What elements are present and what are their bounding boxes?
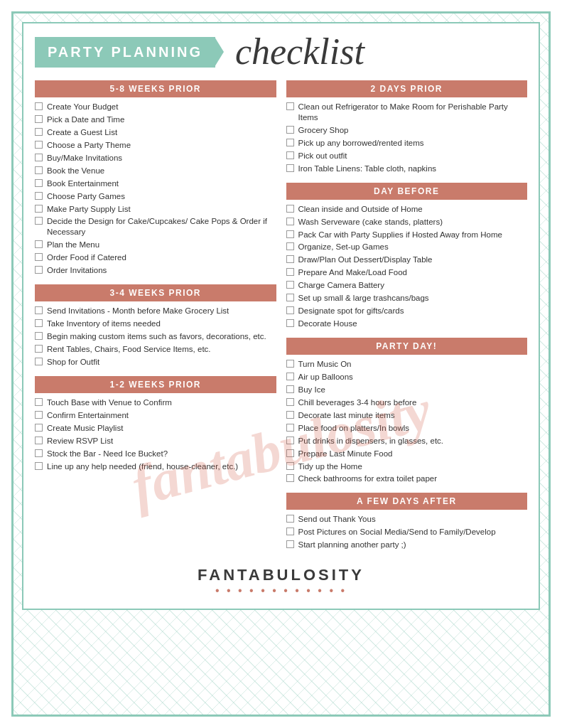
checkbox[interactable] bbox=[286, 242, 294, 250]
list-item: Book the Venue bbox=[35, 166, 276, 176]
checkbox[interactable] bbox=[35, 141, 43, 149]
list-item: Send out Thank Yous bbox=[286, 514, 528, 525]
checkbox[interactable] bbox=[286, 306, 294, 314]
checkbox[interactable] bbox=[35, 462, 43, 470]
header: PARTY PLANNING checklist bbox=[35, 33, 527, 70]
list-item: Decide the Design for Cake/Cupcakes/ Cak… bbox=[35, 216, 276, 237]
list-item: Begin making custom items such as favors… bbox=[35, 331, 276, 342]
list-item: Prepare Last Minute Food bbox=[286, 449, 528, 459]
checkbox[interactable] bbox=[35, 102, 43, 110]
checkbox[interactable] bbox=[286, 319, 294, 327]
checkbox[interactable] bbox=[286, 528, 294, 535]
checkbox[interactable] bbox=[35, 192, 43, 200]
list-item: Buy/Make Invitations bbox=[35, 153, 276, 164]
checkbox[interactable] bbox=[286, 398, 294, 406]
list-item: Pack Car with Party Supplies if Hosted A… bbox=[286, 230, 528, 240]
col-left: 5-8 WEEKS PRIOR Create Your Budget Pick … bbox=[35, 80, 276, 559]
section-header-after: A FEW DAYS AFTER bbox=[286, 493, 528, 510]
checkbox[interactable] bbox=[35, 345, 43, 353]
list-item: Clean inside and Outside of Home bbox=[286, 204, 528, 215]
checkbox[interactable] bbox=[286, 230, 294, 238]
checklist-title: checklist bbox=[235, 33, 364, 70]
list-item: Post Pictures on Social Media/Send to Fa… bbox=[286, 527, 528, 537]
checkbox[interactable] bbox=[286, 164, 294, 172]
checkbox[interactable] bbox=[35, 205, 43, 213]
checkbox[interactable] bbox=[35, 449, 43, 457]
list-item: Order Food if Catered bbox=[35, 252, 276, 263]
checkbox[interactable] bbox=[35, 253, 43, 261]
checkbox[interactable] bbox=[286, 255, 294, 263]
checkbox[interactable] bbox=[35, 154, 43, 161]
checkbox[interactable] bbox=[35, 411, 43, 419]
list-item: Pick a Date and Time bbox=[35, 114, 276, 125]
list-item: Take Inventory of items needed bbox=[35, 318, 276, 329]
checklist-after: Send out Thank Yous Post Pictures on Soc… bbox=[286, 514, 528, 550]
section-2-days: 2 DAYS PRIOR Clean out Refrigerator to M… bbox=[286, 80, 528, 174]
checkbox[interactable] bbox=[35, 266, 43, 274]
checkbox[interactable] bbox=[35, 240, 43, 248]
checkbox[interactable] bbox=[286, 424, 294, 432]
checkbox[interactable] bbox=[286, 294, 294, 301]
checkbox[interactable] bbox=[286, 126, 294, 134]
checkbox[interactable] bbox=[286, 411, 294, 419]
list-item: Review RSVP List bbox=[35, 436, 276, 446]
section-header-5-8: 5-8 WEEKS PRIOR bbox=[35, 80, 276, 97]
list-item: Air up Balloons bbox=[286, 372, 528, 382]
list-item: Pick out outfit bbox=[286, 151, 528, 161]
section-few-days-after: A FEW DAYS AFTER Send out Thank Yous Pos… bbox=[286, 493, 528, 550]
list-item: Prepare And Make/Load Food bbox=[286, 267, 528, 278]
checkbox[interactable] bbox=[286, 360, 294, 368]
outer-border: PARTY PLANNING checklist fantabulosity 5… bbox=[11, 11, 551, 717]
list-item: Touch Base with Venue to Confirm bbox=[35, 397, 276, 408]
list-item: Book Entertainment bbox=[35, 178, 276, 189]
checkbox[interactable] bbox=[35, 115, 43, 123]
checkbox[interactable] bbox=[35, 217, 43, 225]
checkbox[interactable] bbox=[286, 281, 294, 289]
banner-text: PARTY PLANNING bbox=[48, 44, 202, 60]
checkbox[interactable] bbox=[35, 358, 43, 365]
checkbox[interactable] bbox=[35, 166, 43, 174]
list-item: Clean out Refrigerator to Make Room for … bbox=[286, 102, 528, 123]
checkbox[interactable] bbox=[35, 179, 43, 187]
checklist-3-4: Send Invitations - Month before Make Gro… bbox=[35, 306, 276, 368]
checkbox[interactable] bbox=[35, 128, 43, 136]
checkbox[interactable] bbox=[35, 319, 43, 327]
checkbox[interactable] bbox=[286, 385, 294, 393]
checkbox[interactable] bbox=[286, 449, 294, 457]
checkbox[interactable] bbox=[35, 424, 43, 432]
section-header-3-4: 3-4 WEEKS PRIOR bbox=[35, 284, 276, 301]
checkbox[interactable] bbox=[286, 462, 294, 470]
list-item: Create Your Budget bbox=[35, 102, 276, 112]
list-item: Chill beverages 3-4 hours before bbox=[286, 397, 528, 408]
checkbox[interactable] bbox=[35, 437, 43, 444]
checkbox[interactable] bbox=[286, 437, 294, 444]
checkbox[interactable] bbox=[286, 139, 294, 146]
list-item: Buy Ice bbox=[286, 385, 528, 395]
footer: FANTABULOSITY • • • • • • • • • • • • bbox=[35, 566, 527, 597]
checkbox[interactable] bbox=[35, 398, 43, 406]
checklist-1-2: Touch Base with Venue to Confirm Confirm… bbox=[35, 397, 276, 472]
checkbox[interactable] bbox=[35, 306, 43, 314]
section-3-4-weeks: 3-4 WEEKS PRIOR Send Invitations - Month… bbox=[35, 284, 276, 368]
checkbox[interactable] bbox=[286, 515, 294, 523]
list-item: Charge Camera Battery bbox=[286, 280, 528, 291]
section-header-party-day: PARTY DAY! bbox=[286, 338, 528, 355]
checkbox[interactable] bbox=[286, 205, 294, 213]
checkbox[interactable] bbox=[286, 268, 294, 276]
inner-border: PARTY PLANNING checklist fantabulosity 5… bbox=[22, 22, 540, 610]
section-header-1-2: 1-2 WEEKS PRIOR bbox=[35, 376, 276, 393]
checkbox[interactable] bbox=[286, 540, 294, 548]
footer-dots: • • • • • • • • • • • • bbox=[35, 584, 527, 597]
checklist-5-8: Create Your Budget Pick a Date and Time … bbox=[35, 102, 276, 276]
list-item: Check bathrooms for extra toilet paper bbox=[286, 473, 528, 484]
checkbox[interactable] bbox=[286, 151, 294, 159]
list-item: Wash Serveware (cake stands, platters) bbox=[286, 217, 528, 228]
checkbox[interactable] bbox=[286, 218, 294, 225]
checkbox[interactable] bbox=[35, 332, 43, 340]
checkbox[interactable] bbox=[286, 102, 294, 110]
columns: 5-8 WEEKS PRIOR Create Your Budget Pick … bbox=[35, 80, 527, 559]
list-item: Order Invitations bbox=[35, 265, 276, 276]
col-right: 2 DAYS PRIOR Clean out Refrigerator to M… bbox=[286, 80, 528, 559]
checkbox[interactable] bbox=[286, 474, 294, 482]
checkbox[interactable] bbox=[286, 373, 294, 380]
